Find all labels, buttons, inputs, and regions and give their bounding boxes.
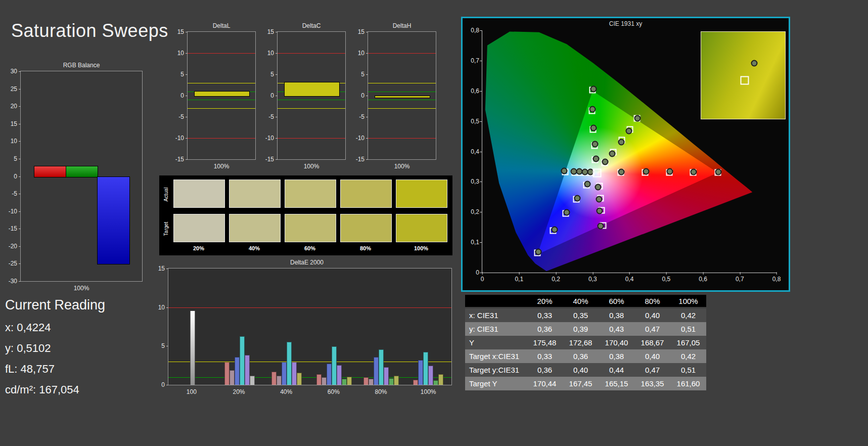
delta-0-refline (188, 100, 255, 100)
deltae2000-title: DeltaE 2000 (161, 259, 453, 266)
rgb-balance-ytick: 20 (11, 103, 17, 109)
table-cell: 0,38 (599, 349, 634, 363)
cie-x-tick-label: 0,7 (736, 276, 744, 283)
delta-0-refline (188, 83, 255, 83)
target-swatch-100% (396, 214, 447, 242)
table-cell: 0,36 (527, 363, 563, 377)
delta-0-refline (188, 53, 255, 54)
cie-y-tick-label: 0,4 (471, 148, 479, 155)
deltae2000-bar (433, 380, 438, 385)
delta-0-ytick: -15 (175, 156, 184, 162)
current-reading-cdm2: cd/m²: 167,054 (5, 383, 105, 396)
deltae2000-refline (168, 307, 451, 308)
cie-measured-circle (590, 124, 597, 131)
cie-measured-circle (602, 159, 608, 165)
cie-measured-circle (551, 226, 558, 233)
cie-x-tick-label: 0,8 (772, 276, 781, 283)
deltae2000-chart[interactable]: DeltaE 2000 151050 10020%40%60%80%100% (161, 259, 453, 396)
delta-2-refline (368, 108, 436, 109)
deltal-plot: 151050-5-10-15 (187, 31, 256, 160)
deltae2000-ytick: 0 (161, 382, 165, 388)
delta-2-ytick: 0 (361, 93, 364, 99)
table-cell: 170,44 (527, 377, 563, 390)
delta-0-ytick: 10 (177, 50, 184, 56)
delta-0-ytick: -5 (178, 114, 184, 120)
delta-2-refline (368, 138, 436, 139)
delta-0-refline (188, 108, 255, 109)
deltae2000-bar (250, 376, 255, 385)
table-cell: 165,15 (599, 377, 634, 390)
actual-swatch-20% (173, 180, 225, 208)
cie-y-tick-label: 0,7 (471, 57, 479, 64)
table-row-label: Target y:CIE31 (465, 363, 527, 377)
table-cell: 172,68 (563, 336, 599, 349)
deltae2000-bar (292, 362, 297, 385)
deltah-plot: 151050-5-10-15 (368, 31, 436, 160)
deltae2000-bar (369, 379, 374, 385)
table-cell: 0,40 (634, 349, 670, 363)
delta-2-refline (368, 53, 436, 54)
delta-0-ytick: 5 (180, 71, 184, 77)
cie-y-tick-label: 0,1 (471, 239, 479, 246)
rgb-balance-chart[interactable]: RGB Balance 302520151050-5-10-15-20-25-3… (20, 62, 143, 292)
rgb-balance-bar-blue (97, 176, 129, 265)
target-swatch-40% (229, 214, 281, 242)
table-cell: 0,47 (634, 363, 670, 377)
deltae2000-group-label: 100% (421, 388, 436, 395)
cie-measured-circle (592, 155, 599, 162)
cie-measured-circle (667, 168, 673, 175)
table-column-header: 20% (527, 295, 563, 307)
actual-swatch-100% (396, 180, 447, 208)
table-cell: 0,40 (563, 363, 599, 377)
cie-measured-circle (618, 139, 624, 145)
cie-measured-circle (589, 106, 596, 112)
rgb-balance-ytick: 15 (11, 121, 17, 127)
deltae2000-bar (394, 376, 399, 385)
delta-1-refline (278, 53, 345, 54)
deltae2000-bar (240, 336, 245, 385)
table-cell: 0,42 (670, 349, 706, 363)
table-cell: 0,36 (527, 322, 563, 336)
cie-measured-circle (609, 150, 615, 157)
deltae2000-group-label: 60% (328, 388, 340, 395)
deltae2000-bar (245, 355, 250, 385)
table-cell: 0,47 (634, 322, 670, 336)
cie-measured-circle (564, 209, 570, 215)
deltae2000-bar (282, 362, 287, 385)
deltah-chart[interactable]: DeltaH 151050-5-10-15 100% (368, 22, 436, 170)
cie-zoom-inset (701, 31, 786, 119)
swatch-column-label: 80% (340, 245, 391, 251)
deltae2000-refline (168, 377, 451, 378)
cie-measured-circle (574, 195, 580, 201)
cie-measured-circle (715, 168, 722, 175)
delta-1-ytick: -5 (268, 114, 274, 120)
current-reading-panel: Current Reading x: 0,4224 y: 0,5102 fL: … (5, 297, 105, 404)
deltac-title: DeltaC (277, 22, 346, 29)
deltal-chart[interactable]: DeltaL 151050-5-10-15 100% (187, 22, 256, 170)
table-cell: 0,44 (599, 363, 634, 377)
cie-x-tick-label: 0,2 (552, 276, 560, 283)
deltae2000-xaxis-labels: 10020%40%60%80%100% (168, 388, 452, 396)
swatch-column-label: 20% (173, 245, 224, 251)
deltae2000-bar (327, 364, 332, 385)
table-column-header: 80% (634, 295, 670, 307)
deltae2000-ytick: 15 (158, 265, 165, 272)
rgb-balance-ytick: -10 (9, 208, 17, 214)
deltae2000-bar (316, 374, 322, 385)
table-cell: 0,42 (670, 308, 706, 322)
swatch-comparison-panel[interactable]: Actual Target 20%40%60%80%100% (159, 175, 452, 255)
table-cell: 167,45 (563, 377, 599, 390)
swatch-column-label: 40% (229, 245, 280, 251)
deltac-chart[interactable]: DeltaC 151050-5-10-15 100% (277, 22, 346, 170)
delta-0-refline (188, 138, 255, 139)
deltae2000-bar (342, 379, 347, 385)
deltae2000-bar (428, 366, 433, 385)
deltae2000-bar (224, 362, 230, 385)
table-cell: 0,51 (670, 322, 706, 336)
cie-measured-circle (691, 168, 697, 175)
cie-1931-xy-panel[interactable]: CIE 1931 xy 00,10,20,30,40,50,60,70,80,8… (461, 17, 790, 292)
cie-white-point-square (593, 169, 602, 177)
table-cell: 167,05 (670, 336, 706, 349)
rgb-balance-ytick: -30 (9, 278, 17, 284)
deltal-xlabel: 100% (187, 163, 256, 170)
